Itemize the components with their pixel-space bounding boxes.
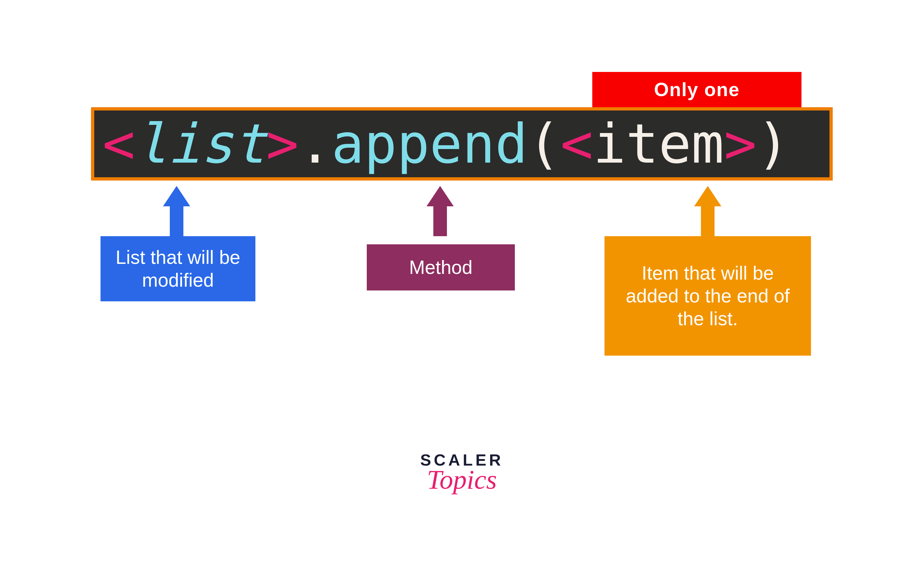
arrow-head-icon <box>694 186 721 206</box>
token-list: list <box>135 117 266 171</box>
callout-method-text: Method <box>409 256 473 279</box>
angle-close-1: > <box>266 117 299 171</box>
callout-list: List that will be modified <box>101 236 255 301</box>
only-one-banner: Only one <box>592 72 802 107</box>
callout-item-text: Item that will be added to the end of th… <box>613 262 803 330</box>
arrow-head-icon <box>163 186 190 206</box>
arrow-stem-icon <box>701 206 715 236</box>
token-dot: . <box>299 117 331 171</box>
callout-list-text: List that will be modified <box>109 246 247 292</box>
paren-close: ) <box>757 117 789 171</box>
paren-open: ( <box>528 117 560 171</box>
angle-open-1: < <box>102 117 135 171</box>
callout-item: Item that will be added to the end of th… <box>604 236 811 356</box>
scaler-topics-logo: SCALER Topics <box>407 450 516 495</box>
arrow-stem-icon <box>170 206 183 236</box>
code-syntax-bar: < list > . append ( < item > ) <box>91 107 833 181</box>
callout-method: Method <box>367 244 515 291</box>
arrow-head-icon <box>427 186 454 206</box>
arrow-stem-icon <box>433 206 447 236</box>
token-item: item <box>593 117 724 171</box>
only-one-text: Only one <box>654 79 740 100</box>
diagram-canvas: Only one < list > . append ( < item > ) … <box>0 0 924 569</box>
arrow-method-icon <box>427 186 454 236</box>
arrow-list-icon <box>163 186 190 236</box>
token-append: append <box>331 117 528 171</box>
angle-close-2: > <box>724 117 757 171</box>
angle-open-2: < <box>561 117 593 171</box>
arrow-item-icon <box>694 186 721 236</box>
